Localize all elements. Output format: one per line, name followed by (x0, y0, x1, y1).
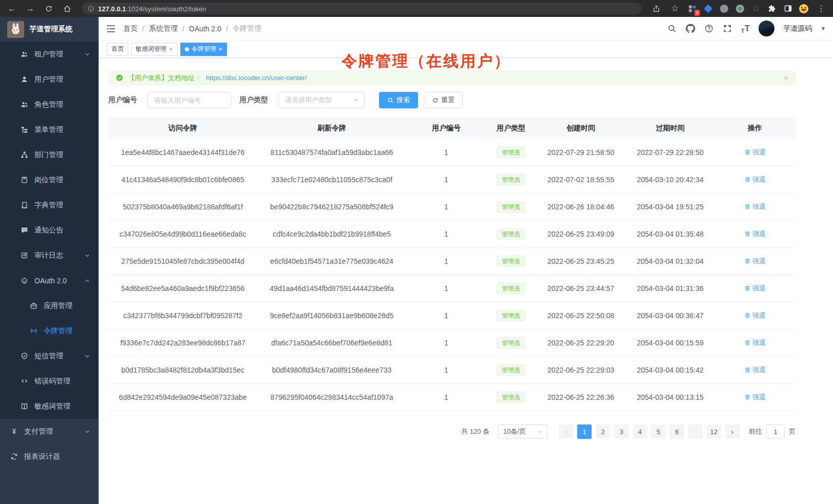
user-type-select[interactable]: 请选择用户类型 (278, 92, 365, 108)
sidebar-item-oauth[interactable]: OAuth 2.0 (0, 268, 99, 293)
share-button[interactable] (650, 2, 663, 15)
reset-button[interactable]: 重置 (424, 92, 463, 108)
help-icon[interactable] (704, 24, 714, 33)
browser-reload-button[interactable] (42, 2, 55, 15)
pager-page-1[interactable]: 1 (577, 424, 592, 439)
access-token-cell: c347026e805e4d99b0d116eae66eda8c (108, 221, 257, 248)
browser-menu-kebab-icon[interactable]: ⋮ (815, 2, 828, 15)
search-icon[interactable] (667, 24, 677, 33)
sidebar-item-token[interactable]: 令牌管理 (0, 318, 99, 343)
token-table: 访问令牌刷新令牌用户编号用户类型创建时间过期时间操作 1ea5e44f8bc14… (108, 118, 796, 411)
force-logout-button[interactable]: 强退 (744, 175, 766, 184)
sidebar-item-post[interactable]: 岗位管理 (0, 167, 99, 192)
breadcrumb-separator: / (182, 25, 184, 33)
tags-view-bar: 首页敏感词管理×令牌管理× (99, 41, 833, 58)
user-avatar[interactable] (759, 21, 774, 36)
user-type-tag: 管理员 (497, 337, 525, 348)
tabs-extension-icon[interactable]: 9 (687, 3, 698, 14)
doc-link[interactable]: https://doc.iocoder.cn/user-center/ (206, 74, 307, 82)
force-logout-button[interactable]: 强退 (744, 338, 766, 347)
pager-page-5[interactable]: 5 (651, 424, 666, 439)
sidebar-item-user[interactable]: 用户管理 (0, 67, 99, 92)
sidebar-toggle-icon[interactable] (106, 24, 116, 34)
tag-close-icon[interactable]: × (169, 46, 173, 52)
user-menu-caret-icon[interactable]: ▼ (821, 26, 826, 31)
tag-item[interactable]: 首页 (107, 43, 128, 56)
sidebar-item-app[interactable]: 应用管理 (0, 293, 99, 318)
access-token-cell: 41c41346a548490f9dc8b01c6bfe0865 (108, 166, 257, 193)
sidebar-item-sms[interactable]: 短信管理 (0, 343, 99, 369)
search-button[interactable]: 搜索 (379, 92, 418, 108)
sidebar-item-users[interactable]: 角色管理 (0, 92, 99, 117)
sidebar-item-dict[interactable]: 字典管理 (0, 192, 99, 218)
tag-close-icon[interactable]: × (219, 46, 223, 52)
sidebar-item-users[interactable]: 租户管理 (0, 42, 99, 67)
alert-close-icon[interactable]: × (784, 73, 788, 82)
breadcrumb-item[interactable]: 首页 (123, 24, 138, 33)
prev-page-button[interactable]: ‹ (559, 424, 573, 439)
sidebar-item-word[interactable]: 敏感词管理 (0, 394, 99, 419)
user-id-cell: 1 (406, 193, 486, 221)
pager-page-4[interactable]: 4 (633, 424, 647, 439)
app-logo-bar[interactable]: 芋道管理系统 (0, 17, 99, 42)
force-logout-button[interactable]: 强退 (744, 311, 766, 320)
side-panel-icon[interactable] (782, 3, 793, 14)
user-name[interactable]: 芋道源码 (783, 24, 812, 33)
sidebar-item-code[interactable]: 错误码管理 (0, 369, 99, 394)
sidebar-item-sitemap[interactable]: 部门管理 (0, 142, 99, 167)
star-extension-icon[interactable]: ☆ (750, 3, 762, 14)
sidebar-item-pay[interactable]: 支付管理 (0, 419, 99, 444)
created-cell: 2022-07-02 18:55:55 (536, 166, 626, 193)
goto-page-input[interactable] (766, 424, 785, 439)
access-token-cell: 54d6be82ee5a460a9aedc1f9bf223656 (108, 275, 257, 302)
breadcrumb-item[interactable]: OAuth 2.0 (189, 25, 221, 33)
github-icon[interactable] (686, 24, 695, 33)
user-type-cell: 管理员 (486, 248, 536, 275)
breadcrumb-item[interactable]: 系统管理 (149, 24, 178, 33)
table-row: 41c41346a548490f9dc8b01c6bfe0865333ecfc7… (108, 166, 796, 193)
user-id-cell: 1 (406, 302, 486, 329)
gem-extension-icon[interactable] (703, 3, 714, 14)
profile-avatar-icon[interactable] (798, 3, 809, 14)
gray-extension-icon[interactable] (718, 3, 730, 14)
pager-page-6[interactable]: 6 (670, 424, 684, 439)
pagination: 共 120 条 10条/页 ‹ 12345612 › 前往 页 (108, 424, 796, 439)
pager-page-12[interactable]: 12 (707, 424, 721, 439)
bookmark-star-icon[interactable]: ☆ (668, 2, 681, 15)
force-logout-button[interactable]: 强退 (744, 148, 766, 157)
pager-page-3[interactable]: 3 (614, 424, 629, 439)
next-page-button[interactable]: › (725, 424, 740, 439)
actions-cell: 强退 (714, 166, 796, 193)
chevron-down-icon (84, 429, 90, 435)
browser-home-button[interactable] (61, 2, 74, 15)
browser-back-button[interactable]: ← (5, 2, 18, 15)
force-logout-button[interactable]: 强退 (744, 229, 766, 239)
force-logout-button[interactable]: 强退 (744, 257, 766, 266)
page-content: 【用户体系】文档地址： https://doc.iocoder.cn/user-… (99, 58, 833, 439)
page-size-select[interactable]: 10条/页 (498, 424, 547, 439)
sidebar-item-tree[interactable]: 菜单管理 (0, 117, 99, 142)
puzzle-extensions-icon[interactable] (766, 3, 778, 14)
sidebar-item-notice[interactable]: 通知公告 (0, 218, 99, 243)
address-bar[interactable]: 127.0.0.1:1024/system/oauth2/token (82, 3, 641, 14)
tag-active[interactable]: 令牌管理× (180, 43, 228, 56)
record-extension-icon[interactable] (734, 3, 746, 14)
browser-forward-button[interactable]: → (24, 2, 37, 15)
pay-icon (10, 428, 18, 435)
user-id-input[interactable] (147, 92, 231, 108)
sidebar-item-audit[interactable]: 审计日志 (0, 243, 99, 268)
site-info-icon[interactable] (87, 5, 94, 12)
force-logout-button[interactable]: 强退 (744, 202, 766, 211)
search-icon (387, 97, 394, 104)
pager-page-2[interactable]: 2 (596, 424, 610, 439)
force-logout-button[interactable]: 强退 (744, 284, 766, 293)
tag-item[interactable]: 敏感词管理× (131, 43, 178, 56)
force-logout-button[interactable]: 强退 (744, 365, 766, 375)
font-size-icon[interactable]: TT (741, 24, 750, 34)
sidebar-item-report[interactable]: 报表设计器 (0, 444, 99, 469)
pager-more[interactable] (688, 424, 703, 439)
fullscreen-icon[interactable] (723, 24, 732, 33)
force-logout-button[interactable]: 强退 (744, 393, 766, 402)
expires-cell: 2022-07-29 22:28:50 (626, 139, 714, 166)
refresh-token-cell: 49d1aa46d1454fbd87591444423be9fa (257, 275, 406, 302)
